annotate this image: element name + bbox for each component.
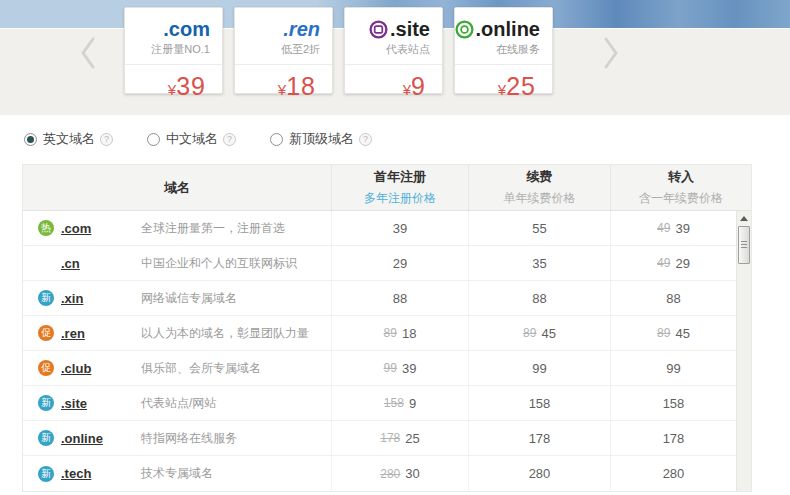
currency-symbol: ¥ [498,81,506,98]
multi-year-price-link[interactable]: 多年注册价格 [364,190,436,207]
domain-link[interactable]: .site [61,396,87,411]
header-label: 转入 [668,168,694,186]
domain-link[interactable]: .club [61,361,91,376]
tld-promo-card-online[interactable]: .online 在线服务 ¥25 [454,7,553,94]
carousel-prev-button[interactable] [78,36,100,70]
table-scrollbar[interactable] [736,211,751,491]
current-price: 178 [663,431,685,446]
new-badge-icon: 新 [38,430,54,446]
domain-type-filter: 英文域名 ? 中文域名 ? 新顶级域名 ? [0,115,790,148]
current-price: 45 [541,326,555,341]
card-tld-title: .com [125,17,222,41]
domain-description: 代表站点/网站 [141,395,216,412]
tld-card-list: .com 注册量NO.1 ¥39 .ren 低至2折 ¥18 .site [124,7,564,94]
transfer-price-cell: 49 29 [610,246,736,280]
help-icon[interactable]: ? [223,133,236,146]
current-price: 39 [393,221,407,236]
header-sublabel: 单年续费价格 [504,190,576,207]
radio-unselected-icon[interactable] [147,133,160,146]
renew-price-cell: 99 [468,351,610,385]
card-tagline: 代表站点 [345,42,442,65]
header-transfer: 转入 含一年续费价格 [610,165,751,210]
domain-link[interactable]: .online [61,431,103,446]
filter-radio-english-domain[interactable]: 英文域名 ? [24,130,113,148]
renew-price-cell: 158 [468,386,610,420]
first-year-price-cell: 178 25 [331,421,468,455]
tld-promo-card-ren[interactable]: .ren 低至2折 ¥18 [234,7,333,94]
new-badge-icon: 新 [38,395,54,411]
table-row-cn: .cn 中国企业和个人的互联网标识 29 35 49 29 [23,246,751,281]
transfer-price-cell: 88 [610,281,736,315]
tld-name: .com [163,17,210,41]
old-price: 158 [384,396,404,410]
current-price: 88 [666,291,680,306]
radio-selected-icon[interactable] [24,133,37,146]
header-domain: 域名 [23,165,331,210]
transfer-price-cell: 158 [610,386,736,420]
transfer-price-cell: 280 [610,456,736,491]
chevron-left-icon [78,36,100,70]
price-amount: 39 [176,72,206,100]
current-price: 178 [529,431,551,446]
table-row-tech: 新 .tech 技术专属域名 280 30 280 280 [23,456,751,491]
domain-link[interactable]: .xin [61,291,83,306]
filter-radio-chinese-domain[interactable]: 中文域名 ? [147,130,236,148]
radio-unselected-icon[interactable] [270,133,283,146]
new-badge-icon: 新 [38,466,54,482]
card-price: ¥18 [235,72,332,101]
card-tagline: 注册量NO.1 [125,42,222,65]
transfer-price-cell: 89 45 [610,316,736,350]
first-year-price-cell: 29 [331,246,468,280]
first-year-price-cell: 39 [331,211,468,245]
renew-price-cell: 178 [468,421,610,455]
table-row-ren: 促 .ren 以人为本的域名，彰显团队力量 89 18 89 45 89 45 [23,316,751,351]
promo-badge-icon: 促 [38,325,54,341]
domain-link[interactable]: .tech [61,466,91,481]
currency-symbol: ¥ [278,81,286,98]
filter-radio-new-tld[interactable]: 新顶级域名 ? [270,130,372,148]
table-row-site: 新 .site 代表站点/网站 158 9 158 158 [23,386,751,421]
tld-promo-card-site[interactable]: .site 代表站点 ¥9 [344,7,443,94]
table-body: 热 .com 全球注册量第一，注册首选 39 55 49 39 .cn 中国企业… [23,211,751,491]
domain-description: 全球注册量第一，注册首选 [141,220,285,237]
promo-carousel: .com 注册量NO.1 ¥39 .ren 低至2折 ¥18 .site [0,0,790,115]
card-tld-title: .online [455,17,552,41]
help-icon[interactable]: ? [100,133,113,146]
old-price: 99 [384,361,397,375]
header-label: 续费 [527,168,553,186]
first-year-price-cell: 280 30 [331,456,468,491]
card-price: ¥25 [455,72,552,101]
scrollbar-thumb[interactable] [738,226,750,264]
currency-symbol: ¥ [168,81,176,98]
tld-name: .online [476,17,540,41]
current-price: 55 [532,221,546,236]
carousel-next-button[interactable] [599,36,621,70]
domain-description: 技术专属域名 [141,465,213,482]
chevron-right-icon [599,36,621,70]
domain-link[interactable]: .ren [61,326,85,341]
old-price: 49 [657,221,670,235]
current-price: 29 [393,256,407,271]
first-year-price-cell: 99 39 [331,351,468,385]
renew-price-cell: 89 45 [468,316,610,350]
first-year-price-cell: 88 [331,281,468,315]
current-price: 99 [532,361,546,376]
radio-label: 新顶级域名 [289,130,354,148]
header-renew: 续费 单年续费价格 [468,165,610,210]
site-logo-icon [369,20,388,39]
table-row-com: 热 .com 全球注册量第一，注册首选 39 55 49 39 [23,211,751,246]
domain-description: 中国企业和个人的互联网标识 [141,255,297,272]
domain-description: 网络诚信专属域名 [141,290,237,307]
domain-link[interactable]: .cn [61,256,80,271]
help-icon[interactable]: ? [359,133,372,146]
header-label: 域名 [164,179,190,197]
domain-description: 特指网络在线服务 [141,430,237,447]
current-price: 35 [532,256,546,271]
current-price: 39 [402,361,416,376]
table-row-xin: 新 .xin 网络诚信专属域名 88 88 88 [23,281,751,316]
scroll-up-button[interactable] [737,211,751,225]
currency-symbol: ¥ [403,81,411,98]
tld-promo-card-com[interactable]: .com 注册量NO.1 ¥39 [124,7,223,94]
current-price: 25 [405,431,419,446]
domain-link[interactable]: .com [61,221,91,236]
